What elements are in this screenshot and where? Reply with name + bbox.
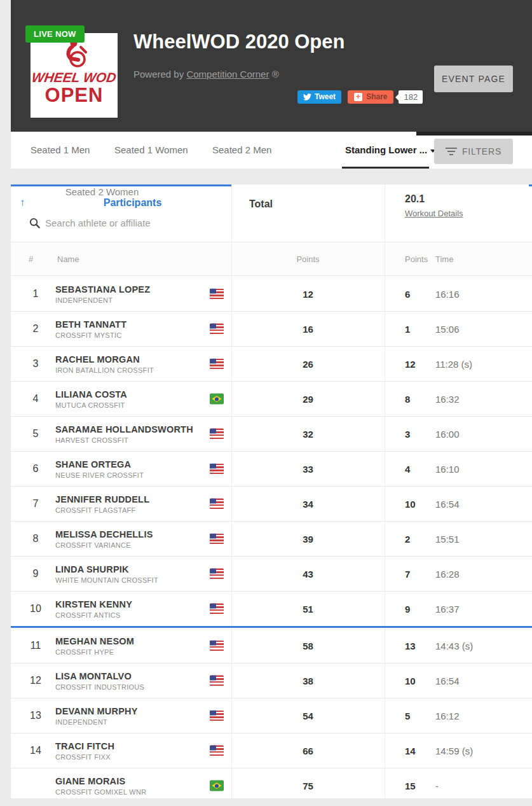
athlete-name: MEGHAN NESOM bbox=[55, 636, 134, 646]
total-points-cell: 43 bbox=[231, 569, 385, 580]
tab-seated-1-men[interactable]: Seated 1 Men bbox=[31, 132, 90, 169]
athlete-cell: TRACI FITCH CROSSFIT FIXX bbox=[55, 741, 114, 761]
tab-seated-2-women-clipped[interactable]: Seated 2 Women bbox=[11, 186, 231, 195]
total-points-cell: 75 bbox=[231, 781, 385, 791]
athlete-affiliate: CROSSFIT VARIANCE bbox=[55, 541, 153, 549]
table-row[interactable]: 4 LILIANA COSTA MUTUCA CROSSFIT 29 8 16:… bbox=[11, 381, 532, 416]
athlete-affiliate: NEUSE RIVER CROSSFIT bbox=[55, 471, 144, 479]
live-now-badge: LIVE NOW bbox=[25, 25, 85, 43]
workout-points-cell: 9 bbox=[405, 604, 410, 615]
tab-seated-1-women[interactable]: Seated 1 Women bbox=[114, 132, 188, 169]
total-points-cell: 58 bbox=[231, 640, 385, 651]
athlete-cell: LILIANA COSTA MUTUCA CROSSFIT bbox=[55, 389, 127, 409]
athlete-cell: JENNIFER RUDDELL CROSSFIT FLAGSTAFF bbox=[55, 494, 149, 514]
workout-time-cell: 11:28 (s) bbox=[435, 359, 472, 370]
participants-accent-bar bbox=[11, 184, 231, 186]
total-points-cell: 26 bbox=[231, 359, 385, 370]
wheelchair-athlete-icon bbox=[57, 38, 92, 69]
athlete-affiliate: CROSSFIT INDUSTRIOUS bbox=[55, 683, 144, 691]
athlete-cell: BETH TANNATT CROSSFIT MYSTIC bbox=[55, 319, 126, 339]
athlete-cell: LISA MONTALVO CROSSFIT INDUSTRIOUS bbox=[55, 671, 144, 691]
share-button[interactable]: + Share bbox=[348, 90, 393, 104]
col-workout-points: Points bbox=[405, 254, 428, 264]
total-points-cell: 16 bbox=[231, 324, 385, 335]
athlete-affiliate: INDENPENDENT bbox=[55, 296, 150, 303]
table-row[interactable]: 10 KIRSTEN KENNY CROSSFIT ANTICS 51 9 16… bbox=[11, 591, 532, 626]
page-title: WheelWOD 2020 Open bbox=[133, 31, 344, 53]
logo-text-line2: OPEN bbox=[45, 84, 104, 107]
athlete-cell: SARAMAE HOLLANDSWORTH HARVEST CROSSFIT bbox=[55, 424, 193, 444]
workout-points-cell: 8 bbox=[405, 394, 410, 405]
tab-standing-lower-active[interactable]: Standing Lower ... bbox=[345, 132, 435, 169]
rank-cell: 12 bbox=[17, 664, 54, 698]
total-points-cell: 54 bbox=[231, 711, 385, 721]
rank-cell: 10 bbox=[17, 592, 54, 626]
search-input[interactable] bbox=[45, 218, 198, 228]
table-row[interactable]: 11 MEGHAN NESOM CROSSFIT HYPE 58 13 14:4… bbox=[11, 628, 532, 663]
total-column-title: Total bbox=[249, 198, 273, 210]
tweet-button[interactable]: Tweet bbox=[297, 90, 341, 104]
workout-time-cell: 16:54 bbox=[435, 499, 460, 510]
athlete-affiliate: INDEPENDENT bbox=[55, 718, 138, 726]
table-row[interactable]: GIANE MORAIS CROSSFIT GOMIXEL WNR 75 15 … bbox=[11, 768, 532, 798]
athlete-affiliate: IRON BATALLION CROSSFIT bbox=[55, 366, 154, 374]
tweet-label: Tweet bbox=[315, 92, 336, 101]
filters-label: FILTERS bbox=[462, 146, 501, 156]
workout-time-cell: 15:06 bbox=[435, 324, 460, 335]
flag-brazil-icon bbox=[210, 781, 224, 791]
rank-cell: 6 bbox=[17, 452, 54, 486]
flag-usa-icon bbox=[210, 534, 224, 545]
total-points-cell: 34 bbox=[231, 499, 385, 510]
flag-usa-icon bbox=[210, 359, 224, 370]
flag-usa-icon bbox=[210, 429, 224, 440]
active-tab-underline bbox=[342, 167, 429, 169]
total-points-cell: 39 bbox=[231, 534, 385, 545]
column-divider bbox=[231, 184, 232, 798]
athlete-name: GIANE MORAIS bbox=[55, 776, 147, 786]
registered-mark: ® bbox=[272, 69, 279, 80]
table-row[interactable]: 3 RACHEL MORGAN IRON BATALLION CROSSFIT … bbox=[11, 346, 532, 381]
workout-points-cell: 1 bbox=[405, 324, 410, 335]
workout-points-cell: 10 bbox=[405, 676, 416, 686]
table-row[interactable]: 6 SHANE ORTEGA NEUSE RIVER CROSSFIT 33 4… bbox=[11, 451, 532, 486]
table-row[interactable]: 1 SEBASTIANA LOPEZ INDENPENDENT 12 6 16:… bbox=[11, 276, 532, 311]
workout-code: 20.1 bbox=[405, 193, 425, 205]
filters-button[interactable]: FILTERS bbox=[434, 139, 513, 164]
competition-corner-link[interactable]: Competition Corner bbox=[186, 69, 269, 80]
athlete-name: SEBASTIANA LOPEZ bbox=[55, 284, 150, 294]
table-row[interactable]: 7 JENNIFER RUDDELL CROSSFIT FLAGSTAFF 34… bbox=[11, 486, 532, 521]
workout-time-cell: 16:16 bbox=[435, 288, 460, 299]
flag-usa-icon bbox=[210, 499, 224, 510]
workout-points-cell: 7 bbox=[405, 569, 410, 580]
workout-details-link[interactable]: Workout Details bbox=[405, 209, 463, 218]
athlete-name: TRACI FITCH bbox=[55, 741, 114, 751]
table-row[interactable]: 12 LISA MONTALVO CROSSFIT INDUSTRIOUS 38… bbox=[11, 663, 532, 698]
workout-points-cell: 3 bbox=[405, 429, 410, 440]
tab-seated-2-men[interactable]: Seated 2 Men bbox=[212, 132, 271, 169]
division-tabbar: Seated 1 MenSeated 1 WomenSeated 2 Men S… bbox=[11, 132, 532, 169]
flag-usa-icon bbox=[210, 288, 224, 299]
workout-points-cell: 2 bbox=[405, 534, 410, 545]
table-row[interactable]: 8 MELISSA DECHELLIS CROSSFIT VARIANCE 39… bbox=[11, 521, 532, 556]
rank-cell: 9 bbox=[17, 557, 54, 591]
board-header: Seated 2 Women ↑ Participants Total 20.1… bbox=[11, 184, 532, 242]
table-row[interactable]: 2 BETH TANNATT CROSSFIT MYSTIC 16 1 15:0… bbox=[11, 311, 532, 346]
athlete-affiliate: CROSSFIT ANTICS bbox=[55, 611, 132, 619]
event-page-button[interactable]: EVENT PAGE bbox=[434, 66, 513, 92]
twitter-bird-icon bbox=[303, 94, 311, 101]
col-time: Time bbox=[435, 254, 453, 264]
table-row[interactable]: 5 SARAMAE HOLLANDSWORTH HARVEST CROSSFIT… bbox=[11, 416, 532, 451]
qualifying-cutline bbox=[11, 626, 532, 628]
participants-column-title[interactable]: Participants bbox=[11, 197, 231, 209]
table-row[interactable]: 14 TRACI FITCH CROSSFIT FIXX 66 14 14:59… bbox=[11, 733, 532, 768]
table-row[interactable]: 13 DEVANN MURPHY INDEPENDENT 54 5 16:12 bbox=[11, 698, 532, 733]
athlete-name: MELISSA DECHELLIS bbox=[55, 529, 153, 539]
table-row[interactable]: 9 LINDA SHURPIK WHITE MOUNTAIN CROSSFIT … bbox=[11, 556, 532, 591]
share-count-badge: 182 bbox=[399, 90, 423, 104]
workout-time-cell: 16:54 bbox=[435, 676, 460, 686]
athlete-cell: LINDA SHURPIK WHITE MOUNTAIN CROSSFIT bbox=[55, 564, 158, 584]
event-logo: WHEEL WOD OPEN bbox=[31, 33, 118, 118]
athlete-name: JENNIFER RUDDELL bbox=[55, 494, 149, 504]
rank-cell: 1 bbox=[17, 276, 54, 311]
athlete-cell: SHANE ORTEGA NEUSE RIVER CROSSFIT bbox=[55, 459, 144, 479]
